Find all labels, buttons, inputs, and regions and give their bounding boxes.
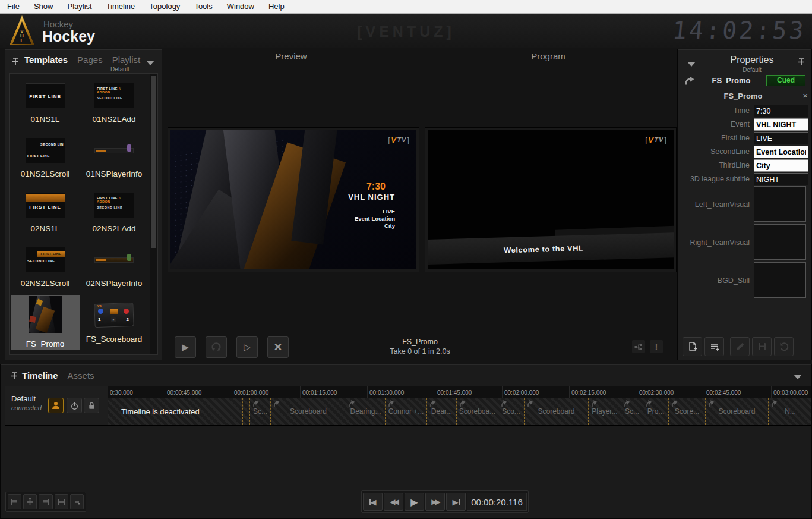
timeline-clip[interactable]: Sc... [621,398,643,425]
menu-playlist[interactable]: Playlist [60,0,99,13]
pin-icon[interactable] [796,57,807,68]
timeline-scroll-area: 0:30.000 00:00:45.000 00:01:00.000 00:01… [108,386,811,425]
template-label: 02NS2LScroll [21,279,70,288]
menu-show[interactable]: Show [27,0,61,13]
timeline-clip[interactable]: Scoreboa... [456,398,498,425]
chevron-down-icon [794,375,802,379]
preview-monitor: [VTV] 7:30 VHL NIGHT LIVE Event Location… [168,128,419,272]
template-item-01nsplayerinfo[interactable]: 01NSPlayerInfo [80,131,149,185]
template-item-02ns2ladd[interactable]: FIRST LINE // ADDON SECOND LINE 02NS2LAd… [80,185,149,240]
timeline-clip[interactable] [242,398,249,425]
field-input-thirdline[interactable] [754,159,808,172]
field-input-event[interactable] [754,118,808,131]
timeline-clip[interactable]: Dear... [426,398,456,425]
add-to-playlist-button[interactable] [704,337,724,356]
cue-arrow-icon [770,398,779,407]
template-item-fs-scoreboard[interactable]: VS 1×2 FS_Scoreboard [80,295,149,350]
menu-window[interactable]: Window [220,0,261,13]
timeline-clip[interactable] [232,398,242,425]
panel-collapse-button[interactable] [686,59,697,70]
skip-start-button[interactable]: ◀ [363,493,383,511]
rewind-button[interactable]: ◀◀ [384,493,403,511]
field-label-3d-league-subtitle: 3D league subtitle [678,175,750,183]
promo-line2: Event Location [355,215,395,222]
timeline-clip[interactable]: Scoreboard [524,398,588,425]
jump-to-template-icon[interactable] [684,74,696,86]
close-icon[interactable]: × [802,90,808,100]
timeline-clip[interactable]: Connor +... [385,398,426,425]
timeline-source-controls: Default connected [5,386,108,425]
timeline-ruler[interactable]: 0:30.000 00:00:45.000 00:01:00.000 00:01… [108,386,811,398]
timeline-clip[interactable]: Score... [668,398,705,425]
timeline-clip[interactable]: Scoreboard [705,398,768,425]
tab-playlist[interactable]: Playlist [112,55,141,65]
timeline-clip[interactable]: Sco... [498,398,524,425]
template-item-02nsplayerinfo[interactable]: 02NSPlayerInfo [80,240,149,295]
template-item-02ns2lscroll[interactable]: FIRST LINE SECOND LINE 02NS2LScroll [11,240,80,295]
menu-file[interactable]: File [0,0,27,13]
tab-pages[interactable]: Pages [77,55,103,65]
template-item-01ns2lscroll[interactable]: SECOND LIN FIRST LINE 01NS2LScroll [11,131,80,185]
topology-link-button[interactable] [632,340,645,353]
timeline-clip[interactable]: Pro... [643,398,668,425]
template-item-01ns1l[interactable]: FIRST LINE 01NS1L [11,76,80,131]
panel-collapse-button[interactable] [792,372,803,382]
menu-tools[interactable]: Tools [187,0,219,13]
undo-button[interactable] [774,337,794,356]
tab-timeline[interactable]: Timeline [22,370,58,380]
new-page-button[interactable] [683,337,702,356]
template-item-fs-promo[interactable]: FS_Promo [11,295,80,350]
save-button[interactable] [752,337,772,356]
field-label-firstline: FirstLine [678,134,750,142]
lock-icon [87,401,96,410]
edit-button[interactable] [730,337,750,356]
tab-assets[interactable]: Assets [68,370,94,380]
field-input-firstline[interactable] [754,132,808,144]
tab-templates[interactable]: Templates [24,55,68,65]
timeline-clip[interactable]: Sc... [249,398,270,425]
field-dropzone-left-teamvisual[interactable] [754,186,806,222]
activate-timeline-button[interactable] [67,398,82,413]
lock-timeline-button[interactable] [84,398,99,413]
template-scrollbar[interactable] [150,74,157,354]
field-dropzone-right-teamvisual[interactable] [754,224,806,260]
menu-timeline[interactable]: Timeline [99,0,143,13]
marker-small-button[interactable] [70,494,84,509]
field-label-event: Event [678,120,750,128]
template-thumbnail: FIRST LINE [26,193,65,218]
marker-in-button[interactable] [8,494,21,509]
timeline-clip[interactable]: Dearing... [346,398,385,425]
fast-forward-button[interactable]: ▶▶ [425,493,445,511]
field-input-secondline[interactable] [754,146,808,158]
properties-panel: Properties Default FS_Promo Cued FS_Prom… [677,49,812,360]
play-button[interactable]: ▶ [405,493,424,511]
timeline-clip[interactable]: N... [768,398,811,425]
menu-help[interactable]: Help [261,0,292,13]
panel-collapse-button[interactable] [145,58,156,68]
skip-end-button[interactable]: ▶ [446,493,466,511]
program-label: Program [425,51,671,61]
timeline-clip[interactable]: Player... [588,398,621,425]
field-label-bgd-still: BGD_Still [678,276,750,285]
operator-mode-button[interactable] [48,398,64,413]
scrollbar-thumb[interactable] [151,76,156,248]
field-input-time[interactable] [754,105,808,117]
timeline-clip[interactable]: Scoreboard [270,398,346,425]
marker-range-button[interactable] [55,494,68,509]
pin-icon[interactable] [9,371,20,382]
timeline-transport: ◀ ◀◀ ▶ ▶▶ ▶ 00:00:20.116 [361,490,529,513]
field-dropzone-bgd-still[interactable] [754,262,806,298]
menu-topology[interactable]: Topology [142,0,187,13]
cued-status-badge[interactable]: Cued [766,75,805,86]
take-template-name: FS_Promo [168,337,672,347]
marker-out-button[interactable] [39,494,52,509]
pin-icon[interactable] [10,56,21,67]
vtv-channel-logo: [VTV] [645,135,666,144]
field-label-time: Time [678,106,750,115]
warning-button[interactable]: ! [650,340,663,353]
marker-add-button[interactable] [23,494,37,509]
template-item-01ns2ladd[interactable]: FIRST LINE // ADDON SECOND LINE 01NS2LAd… [80,76,149,131]
cue-arrow-icon [644,398,653,407]
template-item-02ns1l[interactable]: FIRST LINE 02NS1L [11,185,80,240]
field-input-3d-league-subtitle[interactable] [754,173,808,185]
